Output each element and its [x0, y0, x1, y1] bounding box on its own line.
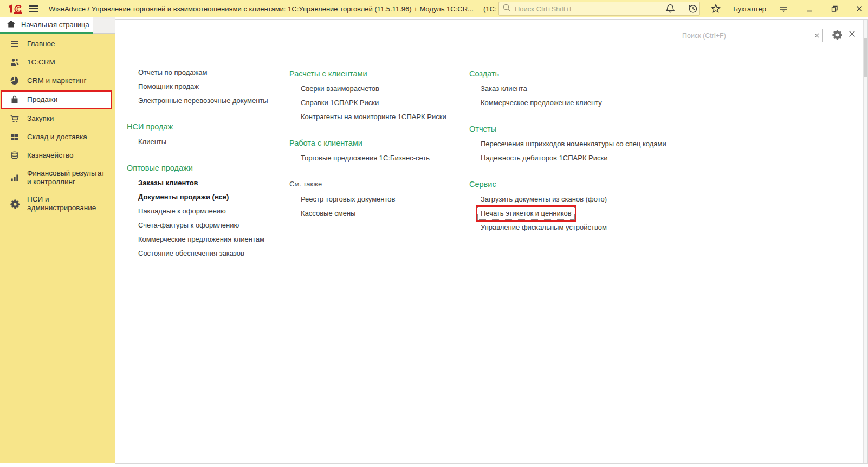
menu-item-pechat-etiketok[interactable]: Печать этикеток и ценников	[469, 206, 740, 220]
sidebar-item-label: Склад и доставка	[27, 133, 87, 141]
menu-item-torgovye-predlozheniya[interactable]: Торговые предложения 1С:Бизнес-сеть	[289, 151, 468, 165]
content-search-input[interactable]	[678, 29, 811, 42]
search-icon	[502, 3, 511, 15]
sidebar-item-1c-crm[interactable]: 1С:CRM	[0, 53, 115, 72]
home-icon	[7, 20, 16, 30]
sidebar-item-nsi-admin[interactable]: НСИ и администрирование	[0, 191, 115, 217]
sidebar-item-label: CRM и маркетинг	[27, 76, 86, 85]
menu-item-nakladnye[interactable]: Накладные к оформлению	[127, 204, 287, 218]
sidebar-item-label: 1С:CRM	[27, 58, 55, 67]
menu-item-zagruzit-dokumenty[interactable]: Загрузить документы из сканов (фото)	[469, 192, 740, 206]
tab-home-page[interactable]: Начальная страница	[0, 17, 93, 34]
window-title: WiseAdvice / Управление торговлей и взаи…	[49, 5, 474, 13]
vertical-scrollbar[interactable]	[863, 20, 867, 463]
panel-close-icon[interactable]	[848, 29, 856, 40]
menu-item-kommercheskie-predlozheniya[interactable]: Коммерческие предложения клиентам	[127, 232, 287, 247]
section-header-nsi-prodazh: НСИ продаж	[127, 119, 287, 135]
app-window: WiseAdvice / Управление торговлей и взаи…	[0, 0, 868, 467]
sidebar-item-prodazhi[interactable]: Продажи	[1, 90, 112, 109]
menu-column-2: Расчеты с клиентами Сверки взаиморасчето…	[289, 66, 468, 220]
cart-icon	[10, 114, 20, 124]
section-header-otchety: Отчеты	[469, 121, 740, 137]
section-header-servis: Сервис	[469, 176, 740, 192]
main-menu-icon[interactable]	[28, 4, 39, 16]
highlighted-menu-item[interactable]: Печать этикеток и ценников	[477, 207, 575, 220]
menu-icon	[10, 39, 20, 49]
sidebar-item-sklad[interactable]: Склад и доставка	[0, 128, 115, 146]
coins-icon	[10, 151, 20, 160]
menu-column-3: Создать Заказ клиента Коммерческое предл…	[469, 66, 740, 235]
1c-logo	[7, 3, 24, 16]
sidebar-item-label: Главное	[27, 40, 55, 48]
menu-item-scheta-faktury[interactable]: Счета-фактуры к оформлению	[127, 218, 287, 232]
history-icon[interactable]	[688, 3, 698, 14]
titlebar: WiseAdvice / Управление торговлей и взаи…	[0, 0, 868, 17]
barchart-icon	[10, 173, 20, 183]
sidebar-item-finrezultat[interactable]: Финансовый результат и контроллинг	[0, 165, 115, 191]
sidebar-item-crm-marketing[interactable]: CRM и маркетинг	[0, 72, 115, 90]
minimize-button[interactable]	[805, 4, 814, 13]
menu-item-spravki-spark[interactable]: Справки 1СПАРК Риски	[289, 96, 468, 110]
tab-label: Начальная страница	[21, 21, 89, 29]
menu-item-sostoyanie-obespecheniya[interactable]: Состояние обеспечения заказов	[127, 247, 287, 261]
section-header-sm-takzhe: См. также	[289, 176, 468, 192]
section-header-rabota-s-klientami: Работа с клиентами	[289, 135, 468, 151]
menu-item-klienty[interactable]: Клиенты	[127, 135, 287, 149]
menu-item-sverki[interactable]: Сверки взаиморасчетов	[289, 82, 468, 96]
sidebar-item-zakupki[interactable]: Закупки	[0, 109, 115, 128]
sidebar-item-glavnoe[interactable]: Главное	[0, 35, 115, 53]
restore-button[interactable]	[830, 4, 839, 13]
menu-item-nadezhnost-debitorov[interactable]: Надежность дебиторов 1СПАРК Риски	[469, 151, 740, 165]
scrollbar-thumb[interactable]	[864, 38, 867, 77]
notifications-bell-icon[interactable]	[665, 3, 676, 14]
section-header-raschety: Расчеты с клиентами	[289, 66, 468, 82]
service-menu-icon[interactable]	[778, 3, 789, 14]
gear-icon	[10, 199, 20, 209]
boxes-icon	[10, 132, 20, 142]
panel-settings-gear-icon[interactable]	[832, 29, 842, 42]
sidebar-item-label: Финансовый результат и контроллинг	[27, 169, 111, 186]
sidebar-item-label: Продажи	[27, 95, 57, 104]
clear-search-button[interactable]	[811, 29, 823, 42]
menu-item-kassovye-smeny[interactable]: Кассовые смены	[289, 206, 468, 220]
menu-item-otchety-po-prodazham[interactable]: Отчеты по продажам	[127, 66, 287, 80]
menu-item-zakazy-klientov[interactable]: Заказы клиентов	[127, 176, 287, 190]
favorites-star-icon[interactable]	[710, 3, 721, 14]
people-icon	[10, 57, 20, 67]
menu-item-pomoshchnik-prodazh[interactable]: Помощник продаж	[127, 80, 287, 94]
current-user-label[interactable]: Бухгалтер	[733, 5, 766, 13]
section-header-sozdat: Создать	[469, 66, 740, 82]
tab-bar: Начальная страница	[0, 17, 115, 34]
menu-item-reestr-torgovyh[interactable]: Реестр торговых документов	[289, 192, 468, 206]
app-mode-label: (1С:Предприятие)	[483, 5, 497, 13]
close-window-button[interactable]	[855, 4, 864, 13]
bag-icon	[10, 95, 20, 105]
sidebar: Главное 1С:CRM CRM и маркетинг Прод	[0, 34, 115, 463]
menu-item-peresecheniya-shtrihkodov[interactable]: Пересечения штрихкодов номенклатуры со с…	[469, 137, 740, 151]
menu-item-elektronnye-perevozochnye[interactable]: Электронные перевозочные документы	[127, 94, 287, 108]
pie-icon	[10, 76, 20, 86]
menu-item-upravlenie-fiskalnym[interactable]: Управление фискальным устройством	[469, 220, 740, 235]
sidebar-item-kaznacheystvo[interactable]: Казначейство	[0, 146, 115, 165]
section-menu-panel: Отчеты по продажам Помощник продаж Элект…	[115, 19, 868, 464]
menu-item-dokumenty-prodazhi[interactable]: Документы продажи (все)	[127, 190, 287, 204]
menu-item-zakaz-klienta[interactable]: Заказ клиента	[469, 82, 740, 96]
sidebar-item-label: Закупки	[27, 114, 54, 123]
menu-column-1: Отчеты по продажам Помощник продаж Элект…	[127, 66, 287, 261]
section-header-optovye-prodazhi: Оптовые продажи	[127, 160, 287, 176]
content-search	[678, 29, 823, 42]
menu-item-kontragenty-spark[interactable]: Контрагенты на мониторинге 1СПАРК Риски	[289, 110, 468, 124]
menu-item-kommercheskoe-predlozhenie[interactable]: Коммерческое предложение клиенту	[469, 96, 740, 110]
sidebar-item-label: НСИ и администрирование	[27, 195, 111, 212]
sidebar-item-label: Казначейство	[27, 151, 74, 160]
